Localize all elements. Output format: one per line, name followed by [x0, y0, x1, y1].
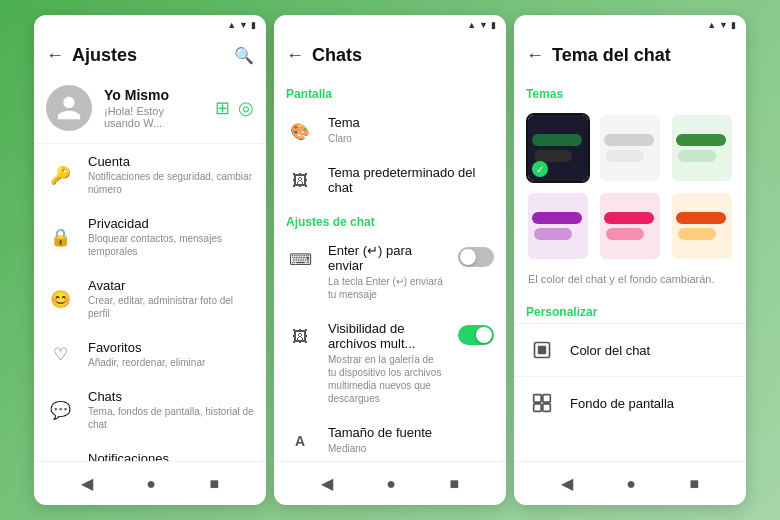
fuente-icon: A — [286, 427, 314, 455]
tema-content: Temas ✓ — [514, 77, 746, 461]
theme-light[interactable] — [598, 113, 662, 183]
status-bar-3: ▲ ▼ ▮ — [514, 15, 746, 33]
status-icons-2: ▲ ▼ ▮ — [467, 20, 496, 30]
bottom-nav-2: ◀ ● ■ — [274, 461, 506, 505]
screen-ajustes: ▲ ▼ ▮ ← Ajustes 🔍 Yo Mismo ¡Hola! Estoy … — [34, 15, 266, 505]
theme-dark[interactable]: ✓ — [526, 113, 590, 183]
enter-text: Enter (↵) para enviar La tecla Enter (↵)… — [328, 243, 444, 301]
privacidad-icon: 🔒 — [46, 223, 74, 251]
top-bar-ajustes: ← Ajustes 🔍 — [34, 33, 266, 77]
nav-home-2[interactable]: ● — [382, 471, 400, 497]
menu-item-cuenta[interactable]: 🔑 Cuenta Notificaciones de seguridad, ca… — [34, 144, 266, 206]
visibilidad-toggle-thumb — [476, 327, 492, 343]
personalize-color[interactable]: Color del chat — [514, 323, 746, 376]
svg-rect-4 — [534, 404, 542, 412]
profile-section[interactable]: Yo Mismo ¡Hola! Estoy usando W... ⊞ ◎ — [34, 77, 266, 144]
page-title-chats: Chats — [312, 45, 494, 66]
back-button-3[interactable]: ← — [526, 45, 544, 66]
qr-icon[interactable]: ⊞ — [215, 97, 230, 119]
menu-item-avatar[interactable]: 😊 Avatar Crear, editar, administrar foto… — [34, 268, 266, 330]
personalize-wallpaper[interactable]: Fondo de pantalla — [514, 376, 746, 429]
avatar-menu-icon: 😊 — [46, 285, 74, 313]
menu-item-privacidad[interactable]: 🔒 Privacidad Bloquear contactos, mensaje… — [34, 206, 266, 268]
profile-actions: ⊞ ◎ — [215, 97, 254, 119]
back-button-2[interactable]: ← — [286, 45, 304, 66]
avatar — [46, 85, 92, 131]
theme-orange[interactable] — [670, 191, 734, 261]
enter-icon: ⌨ — [286, 245, 314, 273]
tema-pred-text: Tema predeterminado del chat — [328, 165, 494, 195]
cuenta-title: Cuenta — [88, 154, 254, 169]
status-bar-2: ▲ ▼ ▮ — [274, 15, 506, 33]
tema-subtitle: Claro — [328, 132, 494, 145]
enter-title: Enter (↵) para enviar — [328, 243, 444, 273]
battery-icon-1: ▮ — [251, 20, 256, 30]
status-icons-3: ▲ ▼ ▮ — [707, 20, 736, 30]
nav-recents-1[interactable]: ■ — [206, 471, 224, 497]
battery-icon-3: ▮ — [731, 20, 736, 30]
temas-label: Temas — [514, 77, 746, 105]
screen-chats: ▲ ▼ ▮ ← Chats Pantalla 🎨 Tema Claro 🖼 Te… — [274, 15, 506, 505]
menu-item-notificaciones[interactable]: 🔔 Notificaciones Tonos de mensajes, grup… — [34, 441, 266, 461]
chats-menu-icon: 💬 — [46, 396, 74, 424]
enter-subtitle: La tecla Enter (↵) enviará tu mensaje — [328, 275, 444, 301]
theme-pink[interactable] — [598, 191, 662, 261]
svg-rect-1 — [538, 346, 546, 354]
theme-check-dark: ✓ — [532, 161, 548, 177]
visibilidad-text: Visibilidad de archivos mult... Mostrar … — [328, 321, 444, 405]
privacidad-text: Privacidad Bloquear contactos, mensajes … — [88, 216, 254, 258]
visibilidad-subtitle: Mostrar en la galería de tu dispositivo … — [328, 353, 444, 405]
chats-settings-list: Pantalla 🎨 Tema Claro 🖼 Tema predetermin… — [274, 77, 506, 461]
privacidad-title: Privacidad — [88, 216, 254, 231]
nav-home-3[interactable]: ● — [622, 471, 640, 497]
svg-rect-3 — [543, 395, 551, 403]
settings-tema[interactable]: 🎨 Tema Claro — [274, 105, 506, 155]
profile-name: Yo Mismo — [104, 87, 203, 103]
favoritos-title: Favoritos — [88, 340, 254, 355]
nav-recents-2[interactable]: ■ — [446, 471, 464, 497]
favoritos-icon: ♡ — [46, 341, 74, 369]
section-ajustes-chat: Ajustes de chat — [274, 205, 506, 233]
section-pantalla: Pantalla — [274, 77, 506, 105]
avatar-text: Avatar Crear, editar, administrar foto d… — [88, 278, 254, 320]
favoritos-text: Favoritos Añadir, reordenar, eliminar — [88, 340, 254, 369]
status-bar-1: ▲ ▼ ▮ — [34, 15, 266, 33]
settings-enter[interactable]: ⌨ Enter (↵) para enviar La tecla Enter (… — [274, 233, 506, 311]
nav-back-2[interactable]: ◀ — [317, 470, 337, 497]
back-button-1[interactable]: ← — [46, 45, 64, 66]
theme-green[interactable] — [670, 113, 734, 183]
menu-item-chats[interactable]: 💬 Chats Tema, fondos de pantalla, histor… — [34, 379, 266, 441]
theme-purple[interactable] — [526, 191, 590, 261]
wifi-icon-1: ▼ — [239, 20, 248, 30]
status-icons-1: ▲ ▼ ▮ — [227, 20, 256, 30]
themes-grid: ✓ — [514, 105, 746, 269]
nav-recents-3[interactable]: ■ — [686, 471, 704, 497]
color-icon — [528, 336, 556, 364]
fuente-subtitle: Mediano — [328, 442, 494, 455]
fuente-text: Tamaño de fuente Mediano — [328, 425, 494, 455]
visibilidad-title: Visibilidad de archivos mult... — [328, 321, 444, 351]
enter-toggle[interactable] — [458, 247, 494, 267]
chats-subtitle: Tema, fondos de pantalla, historial de c… — [88, 405, 254, 431]
tema-icon: 🎨 — [286, 117, 314, 145]
menu-list: 🔑 Cuenta Notificaciones de seguridad, ca… — [34, 144, 266, 461]
settings-visibilidad[interactable]: 🖼 Visibilidad de archivos mult... Mostra… — [274, 311, 506, 415]
visibilidad-toggle[interactable] — [458, 325, 494, 345]
signal-icon-1: ▲ — [227, 20, 236, 30]
circle-icon[interactable]: ◎ — [238, 97, 254, 119]
settings-tema-predeterminado[interactable]: 🖼 Tema predeterminado del chat — [274, 155, 506, 205]
bottom-nav-3: ◀ ● ■ — [514, 461, 746, 505]
avatar-subtitle: Crear, editar, administrar foto del perf… — [88, 294, 254, 320]
nav-back-1[interactable]: ◀ — [77, 470, 97, 497]
settings-fuente[interactable]: A Tamaño de fuente Mediano — [274, 415, 506, 461]
notificaciones-title: Notificaciones — [88, 451, 254, 461]
svg-rect-5 — [543, 404, 551, 412]
search-icon-1[interactable]: 🔍 — [234, 46, 254, 65]
menu-item-favoritos[interactable]: ♡ Favoritos Añadir, reordenar, eliminar — [34, 330, 266, 379]
profile-status: ¡Hola! Estoy usando W... — [104, 105, 203, 129]
nav-back-3[interactable]: ◀ — [557, 470, 577, 497]
signal-icon-2: ▲ — [467, 20, 476, 30]
page-title-ajustes: Ajustes — [72, 45, 226, 66]
wifi-icon-2: ▼ — [479, 20, 488, 30]
nav-home-1[interactable]: ● — [142, 471, 160, 497]
